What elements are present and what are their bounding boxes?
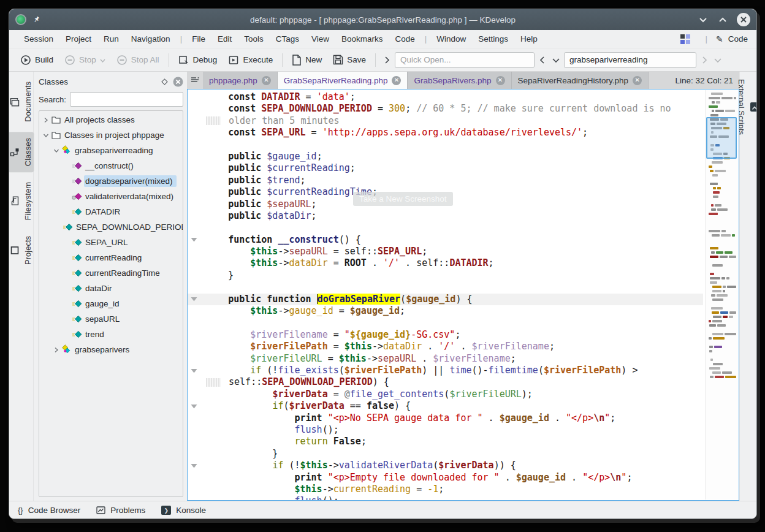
stop-dropdown-icon[interactable] bbox=[100, 55, 105, 64]
doc-tab-phppage.php[interactable]: phppage.php✕ bbox=[203, 72, 278, 89]
code-line[interactable]: self::SEPA_DOWNLOAD_PERIOD) { bbox=[188, 376, 703, 388]
tree-item-gauge-id[interactable]: gauge_id bbox=[39, 296, 183, 311]
menu-file[interactable]: File bbox=[186, 32, 211, 46]
tab-close-icon[interactable]: ✕ bbox=[496, 76, 505, 85]
tree-item-sepaurl[interactable]: sepaURL bbox=[39, 311, 183, 327]
menu-view[interactable]: View bbox=[305, 32, 335, 46]
menu-session[interactable]: Session bbox=[18, 32, 59, 46]
problems-button[interactable]: Problems bbox=[96, 506, 145, 515]
code-line[interactable]: public $dataDir; bbox=[188, 210, 703, 222]
menu-help[interactable]: Help bbox=[514, 32, 544, 46]
document-list-icon[interactable] bbox=[187, 72, 203, 89]
tab-close-icon[interactable]: ✕ bbox=[633, 76, 642, 85]
code-editor[interactable]: const DATADIR = 'data'; const SEPA_DOWNL… bbox=[187, 89, 739, 501]
build-button[interactable]: Build bbox=[15, 51, 58, 69]
tree-item-grabsepariverreading[interactable]: grabsepariverreading bbox=[39, 143, 183, 158]
menu-project[interactable]: Project bbox=[59, 32, 97, 46]
code-line[interactable]: public $trend; bbox=[188, 175, 703, 186]
sidebar-tab-filesystem[interactable]: Filesystem bbox=[9, 176, 34, 226]
code-line[interactable]: public function doGrabSepaRiver($gauge_i… bbox=[188, 294, 703, 305]
search-next-icon[interactable] bbox=[699, 53, 710, 67]
doc-tab-grabseparivers.php[interactable]: GrabSepaRivers.php✕ bbox=[408, 72, 511, 89]
close-button[interactable] bbox=[737, 13, 750, 26]
search-prev-icon[interactable] bbox=[537, 53, 548, 67]
tree-item-datadir[interactable]: dataDir bbox=[39, 281, 183, 296]
code-line[interactable]: $riverFilePath = $this->dataDir . '/' . … bbox=[188, 341, 703, 352]
minimap-viewport[interactable] bbox=[706, 117, 737, 159]
code-line[interactable]: $this->dataDir = ROOT . '/' . self::DATA… bbox=[188, 257, 703, 269]
tree-item-grabseparivers[interactable]: grabseparivers bbox=[39, 342, 183, 357]
expander-open-icon[interactable] bbox=[42, 132, 50, 139]
tree-item-currentreading[interactable]: currentReading bbox=[39, 250, 183, 265]
code-line[interactable]: return False; bbox=[188, 436, 703, 447]
menu-code[interactable]: Code bbox=[389, 32, 421, 46]
search-dropdown-icon[interactable] bbox=[550, 53, 561, 67]
code-line[interactable]: print "<p>No SEPA gauge data for " . $ga… bbox=[188, 412, 703, 424]
tree-item--construct-[interactable]: __construct() bbox=[39, 158, 183, 173]
titlebar[interactable]: 🖈 default: phppage - [ phppage:GrabSepaR… bbox=[9, 9, 756, 30]
code-line[interactable]: const DATADIR = 'data'; bbox=[188, 91, 703, 103]
stop-button[interactable]: Stop bbox=[59, 51, 110, 69]
code-line[interactable]: } bbox=[188, 270, 703, 281]
debug-button[interactable]: Debug bbox=[173, 51, 223, 69]
menu-tools[interactable]: Tools bbox=[238, 32, 270, 46]
code-line[interactable]: public $gauge_id; bbox=[188, 151, 703, 162]
menu-settings[interactable]: Settings bbox=[472, 32, 514, 46]
code-line[interactable]: $this->gauge_id = $gauge_id; bbox=[188, 305, 703, 317]
code-line[interactable] bbox=[188, 222, 703, 234]
code-line[interactable]: $this->currentReading = -1; bbox=[188, 484, 703, 495]
tree-item-all-projects-classes[interactable]: All projects classes bbox=[39, 112, 183, 127]
menu-navigation[interactable]: Navigation bbox=[125, 32, 177, 46]
doc-tab-grabsepariverreading.php[interactable]: GrabSepaRiverReading.php✕ bbox=[278, 72, 408, 89]
code-line[interactable]: print "<p>Empty file downloaded for " . … bbox=[188, 472, 703, 484]
tree-item-validateriverdata-mixed-[interactable]: validateriverdata(mixed) bbox=[39, 189, 183, 204]
code-line[interactable]: $riverFileURL = $this->sepaURL . $riverF… bbox=[188, 353, 703, 365]
area-switcher-icon[interactable] bbox=[680, 34, 690, 44]
fold-marker-icon[interactable] bbox=[188, 365, 200, 376]
execute-button[interactable]: Execute bbox=[223, 51, 278, 69]
pin-icon[interactable]: 🖈 bbox=[31, 13, 44, 26]
menu-ctags[interactable]: CTags bbox=[270, 32, 305, 46]
tree-item-dograbsepariver-mixed-[interactable]: dograbsepariver(mixed) bbox=[39, 173, 183, 189]
code-line[interactable]: flush(); bbox=[188, 424, 703, 436]
code-line[interactable]: $riverData = @file_get_contents($riverFi… bbox=[188, 389, 703, 400]
code-line[interactable]: flush(); bbox=[188, 495, 703, 500]
code-browser-button[interactable]: {}Code Browser bbox=[18, 506, 80, 515]
menu-bookmarks[interactable]: Bookmarks bbox=[335, 32, 389, 46]
tree-item-trend[interactable]: trend bbox=[39, 327, 183, 342]
code-line[interactable] bbox=[188, 281, 703, 293]
fold-marker-icon[interactable] bbox=[188, 460, 200, 471]
expander-closed-icon[interactable] bbox=[42, 117, 50, 123]
code-line[interactable]: const SEPA_URL = 'http://apps.sepa.org.u… bbox=[188, 127, 703, 139]
save-button[interactable]: Save bbox=[328, 51, 371, 68]
code-line[interactable]: public $currentReading; bbox=[188, 162, 703, 174]
classes-search-input[interactable] bbox=[70, 92, 183, 107]
quick-open-input[interactable] bbox=[395, 52, 535, 68]
code-line[interactable]: function __construct() { bbox=[188, 234, 703, 246]
tree-item-currentreadingtime[interactable]: currentReadingTime bbox=[39, 265, 183, 281]
tab-close-icon[interactable]: ✕ bbox=[262, 76, 271, 85]
minimize-button[interactable] bbox=[698, 13, 709, 26]
code-line[interactable] bbox=[188, 139, 703, 151]
sidebar-tab-projects[interactable]: Projects bbox=[9, 230, 34, 271]
tree-item-datadir[interactable]: DATADIR bbox=[39, 204, 183, 219]
detach-icon[interactable] bbox=[161, 78, 168, 85]
sidebar-tab-documents[interactable]: Documents bbox=[9, 75, 34, 128]
code-line[interactable]: if (!file_exists($riverFilePath) || time… bbox=[188, 365, 703, 376]
minimap-scrollbar[interactable] bbox=[705, 90, 738, 500]
code-line[interactable]: if($riverData == false) { bbox=[188, 400, 703, 412]
code-line[interactable]: $this->sepaURL = self::SEPA_URL; bbox=[188, 246, 703, 257]
tab-close-icon[interactable]: ✕ bbox=[392, 76, 401, 85]
sidebar-tab-classes[interactable]: Classes bbox=[9, 132, 34, 172]
expander-open-icon[interactable] bbox=[52, 148, 61, 154]
search-options-icon[interactable] bbox=[712, 53, 723, 67]
maximize-button[interactable] bbox=[717, 13, 728, 26]
area-code-button[interactable]: Code bbox=[728, 34, 748, 44]
tree-item-sepa-download-period[interactable]: SEPA_DOWNLOAD_PERIOD bbox=[39, 219, 183, 235]
menu-window[interactable]: Window bbox=[430, 32, 472, 46]
menu-edit[interactable]: Edit bbox=[211, 32, 238, 46]
tree-item-sepa-url[interactable]: SEPA_URL bbox=[39, 235, 183, 250]
code-line[interactable]: if (!$this->validateRiverData($riverData… bbox=[188, 460, 703, 471]
search-input[interactable] bbox=[564, 52, 696, 68]
toolbar-expand-icon[interactable] bbox=[381, 53, 392, 67]
